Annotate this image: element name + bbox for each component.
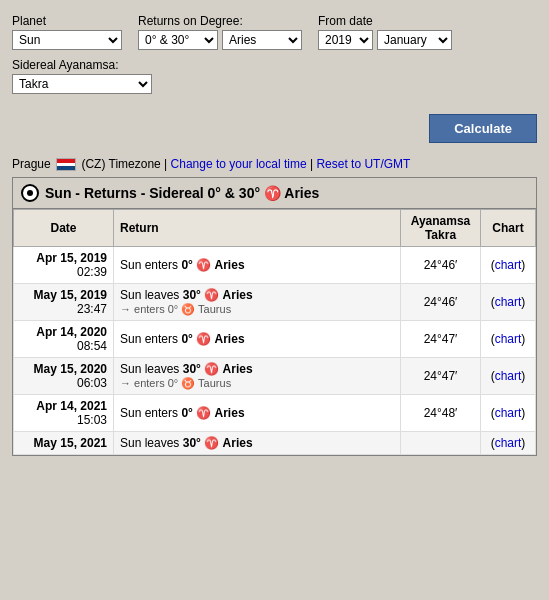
form-row-1: Planet Sun Moon Mercury Venus Mars Jupit… (12, 14, 537, 50)
timezone-code: (CZ) Timezone (81, 157, 160, 171)
chart-link[interactable]: chart (495, 406, 522, 420)
chart-cell: (chart) (481, 284, 536, 321)
chart-cell: (chart) (481, 432, 536, 455)
reset-timezone-link[interactable]: Reset to UT/GMT (316, 157, 410, 171)
ayanamsa-header-text: Ayanamsa (411, 214, 471, 228)
col-return: Return (114, 210, 401, 247)
col-chart: Chart (481, 210, 536, 247)
ayanamsa-sub-text: Takra (425, 228, 456, 242)
main-container: Planet Sun Moon Mercury Venus Mars Jupit… (0, 0, 549, 464)
ayanamsa-select[interactable]: Takra Lahiri Raman Krishnamurti Fagan-Br… (12, 74, 152, 94)
table-row: Apr 14, 202008:54Sun enters 0° ♈ Aries24… (14, 321, 536, 358)
date-cell: May 15, 202006:03 (14, 358, 114, 395)
aries-symbol-header: ♈ (264, 185, 284, 201)
sun-circle-inner (27, 190, 33, 196)
returns-label: Returns on Degree: (138, 14, 302, 28)
ayanamsa-cell: 24°46′ (401, 247, 481, 284)
table-row: May 15, 2021Sun leaves 30° ♈ Aries(chart… (14, 432, 536, 455)
cz-flag (56, 158, 76, 171)
sign-select[interactable]: Aries Taurus Gemini Cancer Leo Virgo Lib… (222, 30, 302, 50)
col-ayanamsa: Ayanamsa Takra (401, 210, 481, 247)
ayanamsa-label: Sidereal Ayanamsa: (12, 58, 152, 72)
chart-cell: (chart) (481, 321, 536, 358)
ayanamsa-group: Sidereal Ayanamsa: Takra Lahiri Raman Kr… (12, 58, 152, 94)
returns-group: Returns on Degree: 0° & 30° 0° 30° 60° 9… (138, 14, 302, 50)
results-sign: Aries (284, 185, 319, 201)
table-row: May 15, 201923:47Sun leaves 30° ♈ Aries→… (14, 284, 536, 321)
chart-link[interactable]: chart (495, 436, 522, 450)
chart-cell: (chart) (481, 395, 536, 432)
calculate-row: Calculate (8, 108, 541, 149)
chart-link[interactable]: chart (495, 258, 522, 272)
timezone-bar: Prague (CZ) Timezone | Change to your lo… (8, 153, 541, 177)
table-row: May 15, 202006:03Sun leaves 30° ♈ Aries→… (14, 358, 536, 395)
date-cell: Apr 14, 202008:54 (14, 321, 114, 358)
form-row-2: Sidereal Ayanamsa: Takra Lahiri Raman Kr… (12, 58, 537, 94)
results-title: Sun - Returns - Sidereal 0° & 30° ♈ Arie… (45, 185, 319, 201)
table-row: Apr 14, 202115:03Sun enters 0° ♈ Aries24… (14, 395, 536, 432)
return-cell: Sun leaves 30° ♈ Aries (114, 432, 401, 455)
ayanamsa-cell: 24°48′ (401, 395, 481, 432)
planet-select[interactable]: Sun Moon Mercury Venus Mars Jupiter Satu… (12, 30, 122, 50)
date-cell: May 15, 2021 (14, 432, 114, 455)
results-header: Sun - Returns - Sidereal 0° & 30° ♈ Arie… (13, 178, 536, 209)
results-table-container: Sun - Returns - Sidereal 0° & 30° ♈ Arie… (12, 177, 537, 456)
table-row: Apr 15, 201902:39Sun enters 0° ♈ Aries24… (14, 247, 536, 284)
planet-label: Planet (12, 14, 122, 28)
ayanamsa-cell: 24°47′ (401, 321, 481, 358)
date-cell: May 15, 201923:47 (14, 284, 114, 321)
results-table: Date Return Ayanamsa Takra Chart Apr 15,… (13, 209, 536, 455)
form-section: Planet Sun Moon Mercury Venus Mars Jupit… (8, 8, 541, 108)
planet-group: Planet Sun Moon Mercury Venus Mars Jupit… (12, 14, 122, 50)
chart-link[interactable]: chart (495, 332, 522, 346)
ayanamsa-cell (401, 432, 481, 455)
return-cell: Sun enters 0° ♈ Aries (114, 321, 401, 358)
table-header-row: Date Return Ayanamsa Takra Chart (14, 210, 536, 247)
return-cell: Sun enters 0° ♈ Aries (114, 247, 401, 284)
calculate-button[interactable]: Calculate (429, 114, 537, 143)
chart-link[interactable]: chart (495, 295, 522, 309)
return-cell: Sun leaves 30° ♈ Aries→ enters 0° ♉ Taur… (114, 358, 401, 395)
chart-cell: (chart) (481, 358, 536, 395)
chart-cell: (chart) (481, 247, 536, 284)
month-select[interactable]: JanuaryFebruaryMarch AprilMayJune JulyAu… (377, 30, 452, 50)
col-date: Date (14, 210, 114, 247)
sun-icon (21, 184, 39, 202)
from-date-label: From date (318, 14, 452, 28)
return-cell: Sun leaves 30° ♈ Aries→ enters 0° ♉ Taur… (114, 284, 401, 321)
year-select[interactable]: 2015201620172018 2019202020212022 202320… (318, 30, 373, 50)
change-timezone-link[interactable]: Change to your local time (171, 157, 307, 171)
returns-select[interactable]: 0° & 30° 0° 30° 60° 90° (138, 30, 218, 50)
date-cell: Apr 14, 202115:03 (14, 395, 114, 432)
results-title-text: Sun - Returns - Sidereal 0° & 30° (45, 185, 260, 201)
ayanamsa-cell: 24°46′ (401, 284, 481, 321)
city-name: Prague (12, 157, 51, 171)
date-cell: Apr 15, 201902:39 (14, 247, 114, 284)
from-date-group: From date 2015201620172018 2019202020212… (318, 14, 452, 50)
chart-link[interactable]: chart (495, 369, 522, 383)
ayanamsa-cell: 24°47′ (401, 358, 481, 395)
return-cell: Sun enters 0° ♈ Aries (114, 395, 401, 432)
